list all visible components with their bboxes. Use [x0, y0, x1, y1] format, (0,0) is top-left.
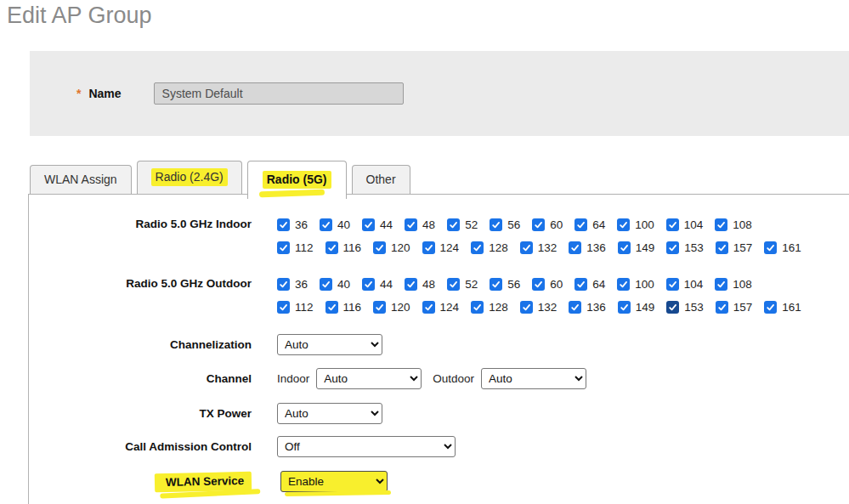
channel-checkbox[interactable]	[569, 301, 581, 314]
channel-outdoor-select[interactable]: Auto	[481, 368, 586, 389]
channel-option: 100	[617, 278, 654, 291]
channel-checkbox[interactable]	[532, 218, 545, 231]
channel-option: 100	[617, 218, 654, 231]
channel-number-label: 157	[733, 301, 753, 314]
check-icon	[491, 220, 501, 229]
channel-checkbox[interactable]	[617, 218, 630, 231]
channel-number-label: 104	[684, 218, 704, 231]
channel-number-label: 136	[586, 241, 606, 254]
channel-checkbox[interactable]	[447, 278, 460, 291]
channel-number-label: 161	[782, 301, 801, 314]
tab-radio-2-4g[interactable]: Radio (2.4G)	[137, 161, 242, 194]
channel-checkbox[interactable]	[618, 301, 631, 314]
check-icon	[327, 243, 337, 252]
highlight-mark: WLAN Service	[155, 471, 252, 491]
channel-checkbox[interactable]	[715, 218, 727, 231]
channel-checkbox[interactable]	[764, 301, 777, 314]
tx-power-select[interactable]: Auto	[277, 403, 382, 424]
channel-option: 128	[471, 241, 508, 254]
channel-option: 157	[716, 241, 753, 254]
tab-wlan-assign[interactable]: WLAN Assign	[30, 165, 132, 194]
channel-checkbox[interactable]	[277, 241, 290, 254]
channel-checkbox[interactable]	[277, 301, 290, 314]
channel-number-label: 124	[440, 241, 460, 254]
check-icon	[279, 303, 288, 312]
channel-option: 36	[277, 278, 308, 291]
indoor-channel-row-2: 112116120124128132136149153157161	[277, 236, 801, 259]
channel-checkbox[interactable]	[715, 278, 727, 291]
channel-checkbox[interactable]	[574, 278, 587, 291]
channel-checkbox[interactable]	[471, 301, 484, 314]
check-icon	[491, 280, 501, 289]
wlan-service-select[interactable]: Enable	[280, 471, 388, 492]
channel-number-label: 116	[343, 241, 362, 254]
channel-checkbox[interactable]	[716, 301, 728, 314]
channel-checkbox[interactable]	[422, 301, 435, 314]
check-icon	[717, 243, 727, 252]
channel-number-label: 44	[380, 218, 393, 231]
channel-checkbox[interactable]	[362, 278, 375, 291]
channel-option: 136	[569, 241, 606, 254]
channel-checkbox[interactable]	[617, 278, 630, 291]
channel-checkbox[interactable]	[569, 241, 581, 254]
call-admission-control-select[interactable]: Off	[277, 436, 456, 457]
channel-checkbox[interactable]	[532, 278, 545, 291]
channel-checkbox[interactable]	[325, 301, 338, 314]
check-icon	[424, 303, 433, 312]
channel-checkbox[interactable]	[764, 241, 777, 254]
channel-option: 120	[373, 301, 410, 314]
channel-checkbox[interactable]	[362, 218, 375, 231]
check-icon	[766, 243, 775, 252]
tx-power-label: TX Power	[29, 407, 252, 420]
channel-checkbox[interactable]	[520, 241, 533, 254]
channel-number-label: 149	[636, 301, 655, 314]
check-icon	[321, 280, 331, 289]
channel-option: 52	[447, 278, 478, 291]
check-icon	[406, 220, 416, 229]
channel-checkbox[interactable]	[405, 218, 417, 231]
channel-checkbox[interactable]	[373, 241, 386, 254]
channel-checkbox[interactable]	[471, 241, 484, 254]
channel-number-label: 157	[733, 241, 753, 254]
check-icon	[576, 280, 586, 289]
outdoor-channel-row-2: 112116120124128132136149153157161	[277, 296, 801, 319]
channel-checkbox[interactable]	[520, 301, 533, 314]
channel-option: 132	[520, 301, 558, 314]
channel-checkbox[interactable]	[490, 278, 502, 291]
channel-checkbox[interactable]	[422, 241, 435, 254]
channel-option: 64	[574, 278, 605, 291]
channel-checkbox[interactable]	[277, 218, 290, 231]
channel-option: 56	[490, 218, 520, 231]
channel-checkbox[interactable]	[618, 241, 631, 254]
channel-checkbox[interactable]	[447, 218, 460, 231]
name-input[interactable]	[154, 82, 404, 105]
check-icon	[534, 280, 543, 289]
channel-option: 40	[320, 278, 350, 291]
tab-radio-5g[interactable]: Radio (5G)	[247, 161, 347, 199]
check-icon	[406, 280, 416, 289]
tab-other[interactable]: Other	[352, 165, 410, 194]
channel-number-label: 56	[507, 218, 520, 231]
channel-number-label: 112	[295, 301, 314, 314]
channel-checkbox[interactable]	[277, 278, 290, 291]
channel-checkbox[interactable]	[716, 241, 728, 254]
channel-checkbox[interactable]	[320, 278, 332, 291]
channel-checkbox[interactable]	[666, 241, 679, 254]
channel-checkbox[interactable]	[666, 278, 679, 291]
channel-option: 60	[532, 278, 563, 291]
channel-checkbox[interactable]	[666, 218, 679, 231]
channel-checkbox[interactable]	[405, 278, 417, 291]
channel-checkbox[interactable]	[490, 218, 502, 231]
channel-checkbox[interactable]	[325, 241, 338, 254]
channel-checkbox[interactable]	[574, 218, 587, 231]
outdoor-channel-row-1: 3640444852566064100104108	[277, 273, 752, 296]
channelization-select[interactable]: Auto	[277, 334, 382, 355]
channel-option: 153	[666, 241, 704, 254]
channel-number-label: 120	[391, 301, 410, 314]
channel-checkbox[interactable]	[666, 301, 679, 314]
channel-indoor-select[interactable]: Auto	[316, 368, 422, 389]
channel-checkbox[interactable]	[373, 301, 386, 314]
check-icon	[364, 220, 373, 229]
tab-label: WLAN Assign	[44, 173, 117, 186]
channel-checkbox[interactable]	[320, 218, 332, 231]
